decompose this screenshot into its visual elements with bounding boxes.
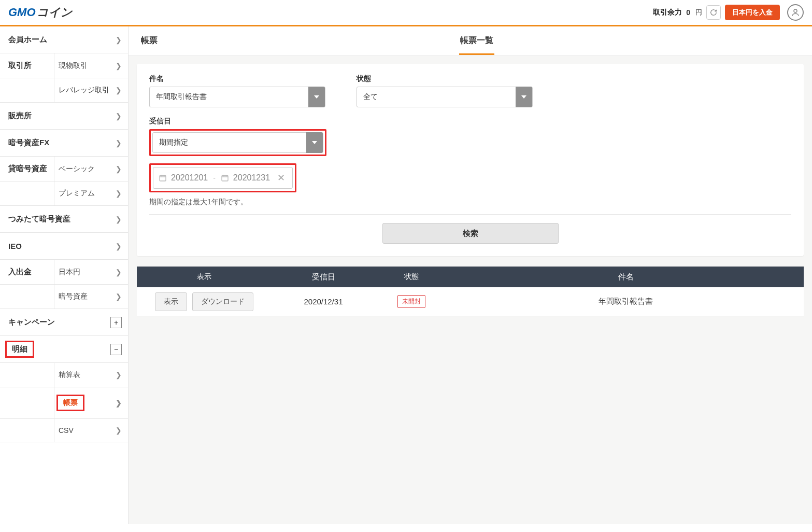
main-area: 帳票 帳票一覧 件名 年間取引報告書 状態 [129,26,812,524]
row-date: 2020/12/31 [272,297,375,306]
balance-label: 取引余力 [653,8,682,17]
sidebar: 会員ホーム ❯ 取引所 現物取引 ❯ レバレッジ取引 ❯ 販売所 ❯ 暗号資産F… [0,26,129,524]
chevron-right-icon: ❯ [116,268,122,276]
logo-text-gmo: GMO [8,6,36,19]
sidebar-label-lend-premium: プレミアム [59,189,95,198]
chevron-down-icon [306,132,323,153]
avatar-button[interactable] [787,4,804,21]
sidebar-item-leverage[interactable]: レバレッジ取引 ❯ [54,78,128,102]
chevron-right-icon: ❯ [116,292,122,301]
chevron-right-icon: ❯ [116,215,122,223]
state-label: 状態 [357,74,533,83]
sidebar-label-report: 帳票 [63,398,78,407]
tab-report-label: 帳票 [141,35,158,46]
chevron-right-icon: ❯ [116,86,122,94]
header: GMOコイン 取引余力 0 円 日本円を入金 [0,0,812,25]
sidebar-label-home: 会員ホーム [8,35,47,45]
balance-unit: 円 [695,8,702,17]
sidebar-item-spot[interactable]: 現物取引 ❯ [54,53,128,78]
sidebar-label-lend-basic: ベーシック [59,164,95,174]
sidebar-label-io-jpy: 日本円 [59,268,80,277]
sidebar-item-home[interactable]: 会員ホーム ❯ [0,26,128,53]
chevron-right-icon: ❯ [116,139,122,147]
sidebar-label-ieo: IEO [8,242,22,250]
sidebar-item-lend-basic[interactable]: ベーシック ❯ [54,157,128,181]
tab-report-list[interactable]: 帳票一覧 [365,26,589,55]
sidebar-item-io-crypto[interactable]: 暗号資産 ❯ [54,285,128,309]
sidebar-item-sales[interactable]: 販売所 ❯ [0,103,128,130]
chevron-right-icon: ❯ [116,165,122,173]
sidebar-label-leverage: レバレッジ取引 [59,86,109,95]
row-subject: 年間取引報告書 [448,297,804,306]
date-helper-text: 期間の指定は最大1年間です。 [149,198,791,207]
sidebar-label-sales: 販売所 [8,111,32,121]
sidebar-label-csv: CSV [59,426,74,435]
calendar-icon [159,174,167,182]
table-row: 表示 ダウンロード 2020/12/31 未開封 年間取引報告書 [137,287,804,316]
sidebar-item-csv[interactable]: CSV ❯ [54,419,128,442]
sidebar-cat-exchange: 取引所 [0,53,54,78]
sidebar-item-settlement[interactable]: 精算表 ❯ [54,363,128,387]
date-separator: - [213,174,216,182]
sidebar-item-lend-premium[interactable]: プレミアム ❯ [54,181,128,205]
sidebar-item-report[interactable]: 帳票 ❯ [54,387,128,418]
header-right: 取引余力 0 円 日本円を入金 [653,4,804,21]
recv-date-select[interactable]: 期間指定 [152,132,323,153]
subject-value: 年間取引報告書 [156,92,207,102]
results-header: 表示 受信日 状態 件名 [137,267,804,287]
clear-date-button[interactable]: ✕ [275,172,287,184]
download-button[interactable]: ダウンロード [192,292,253,311]
search-panel: 件名 年間取引報告書 状態 全て [137,64,804,256]
chevron-down-icon [516,87,532,107]
user-icon [791,8,800,17]
calendar-icon [221,174,229,182]
sidebar-item-io-jpy[interactable]: 日本円 ❯ [54,260,128,284]
recv-label: 受信日 [149,117,791,126]
chevron-down-icon [308,87,325,107]
sidebar-label-detail: 明細 [12,344,27,353]
date-range-input[interactable]: 20201201 - 20201231 ✕ [153,167,293,189]
sidebar-label-settlement: 精算表 [59,370,80,380]
tabs: 帳票 帳票一覧 [129,26,812,55]
deposit-button[interactable]: 日本円を入金 [725,5,780,20]
state-value: 全て [363,92,378,102]
svg-rect-2 [222,175,228,181]
panel-divider [149,214,791,215]
minus-icon: − [110,344,122,355]
date-from: 20201201 [171,173,208,183]
sidebar-label-spot: 現物取引 [59,61,88,71]
date-to: 20201231 [233,173,270,183]
sidebar-item-cryptofx[interactable]: 暗号資産FX ❯ [0,130,128,157]
sidebar-item-detail[interactable]: 明細 − [0,336,128,363]
th-subject: 件名 [448,272,804,282]
chevron-right-icon: ❯ [116,36,122,44]
results-table: 表示 受信日 状態 件名 表示 ダウンロード 2020/12/31 未開封 年間… [137,267,804,316]
sidebar-label-cryptofx: 暗号資産FX [8,138,49,148]
sidebar-item-accum[interactable]: つみたて暗号資産 ❯ [0,206,128,233]
chevron-right-icon: ❯ [116,62,122,70]
sidebar-cat-io: 入出金 [0,260,54,284]
th-date: 受信日 [272,272,375,282]
sidebar-label-io-crypto: 暗号資産 [59,292,88,301]
subject-label: 件名 [149,74,325,83]
chevron-right-icon: ❯ [116,189,122,198]
tab-report[interactable]: 帳票 [129,26,365,55]
logo-text-coin: コイン [37,6,73,19]
logo[interactable]: GMOコイン [8,5,73,20]
sidebar-item-campaign[interactable]: キャンペーン + [0,309,128,336]
search-button[interactable]: 検索 [382,223,559,244]
sidebar-item-ieo[interactable]: IEO ❯ [0,233,128,260]
sidebar-cat-lend: 貸暗号資産 [0,157,54,181]
refresh-button[interactable] [706,5,721,20]
status-badge: 未開封 [397,295,425,308]
chevron-right-icon: ❯ [116,242,122,250]
chevron-right-icon: ❯ [116,371,122,379]
tab-report-list-label: 帳票一覧 [460,35,493,46]
subject-select[interactable]: 年間取引報告書 [149,87,325,107]
plus-icon: + [110,317,122,328]
display-button[interactable]: 表示 [155,292,187,311]
svg-rect-1 [160,175,166,181]
th-display: 表示 [137,272,272,282]
chevron-right-icon: ❯ [116,399,122,407]
state-select[interactable]: 全て [357,87,533,107]
